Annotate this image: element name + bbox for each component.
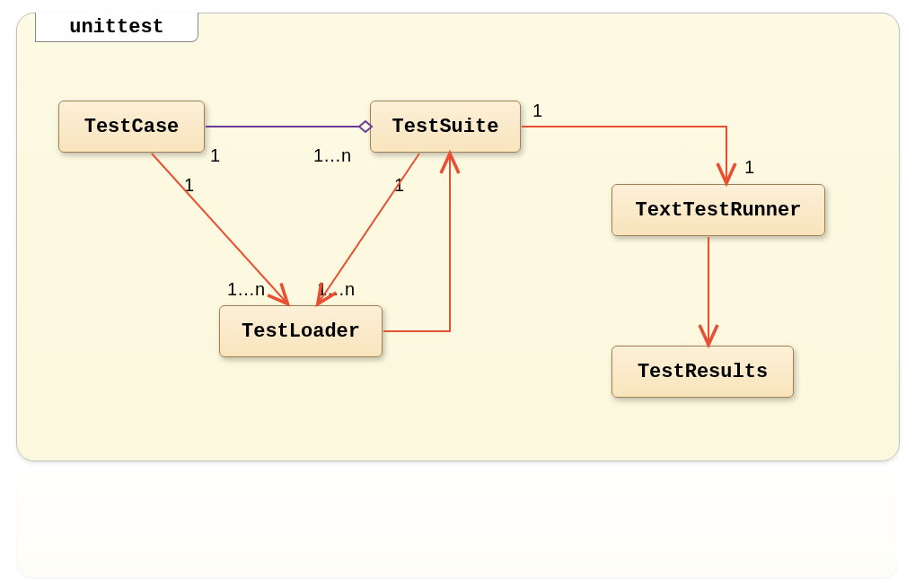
mult-testcase-side: 1 (210, 145, 220, 166)
class-testloader-label: TestLoader (242, 320, 360, 343)
mult-ts-runner-tgt: 1 (744, 157, 754, 178)
mult-ts-to-loader: 1 (394, 175, 404, 196)
reflection: TestLoader TestResults (16, 462, 898, 579)
mult-loader-left: 1…n (227, 279, 265, 300)
class-testcase: TestCase (58, 101, 205, 153)
class-results: TestResults (611, 346, 794, 398)
class-runner-label: TextTestRunner (636, 199, 802, 222)
class-testsuite-label: TestSuite (392, 116, 499, 138)
edge-testcase-testloader (152, 154, 286, 303)
class-testcase-label: TestCase (84, 116, 180, 138)
class-results-label: TestResults (638, 361, 768, 383)
mult-loader-right: 1…n (317, 279, 355, 300)
class-testloader: TestLoader (219, 305, 383, 357)
mult-ts-runner-src: 1 (532, 101, 542, 121)
diagram-frame: unittest TestCase TestSuite TestLoader T… (16, 13, 900, 461)
class-testsuite: TestSuite (370, 101, 521, 153)
package-label: unittest (69, 16, 164, 39)
mult-testsuite-side: 1…n (313, 145, 351, 166)
mult-tc-to-loader: 1 (184, 175, 194, 196)
edge-testsuite-runner (522, 127, 726, 181)
package-tab: unittest (35, 13, 198, 42)
class-runner: TextTestRunner (611, 184, 825, 236)
